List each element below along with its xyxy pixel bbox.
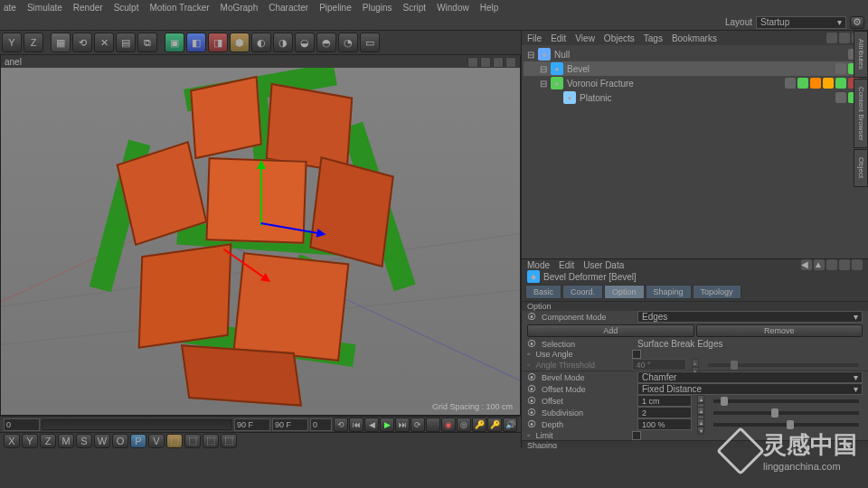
side-tab[interactable]: Content Browser [854,79,868,149]
expand-icon[interactable]: ⊟ [540,64,547,74]
side-tab[interactable]: Attributes [854,31,868,78]
panel-icon[interactable] [839,259,850,270]
menu-item[interactable]: Character [269,3,308,13]
obj-menu-item[interactable]: View [575,33,595,43]
attr-menu-item[interactable]: User Data [583,260,624,270]
status-icon[interactable]: O [112,434,128,448]
panel-icon[interactable] [839,33,850,43]
layout-dropdown[interactable]: Startup▾ [756,16,846,29]
nav-up-icon[interactable]: ▲ [814,259,825,270]
axis-y-icon[interactable]: Y [2,33,22,52]
spinner[interactable]: ▴▾ [697,418,704,430]
side-tab[interactable]: Object [854,149,868,186]
menu-item[interactable]: Plugins [363,3,392,13]
tree-row[interactable]: ●Platonic [524,90,866,105]
status-icon[interactable]: ⬚ [184,434,201,448]
menu-item[interactable]: Render [73,3,103,13]
gizmo-y-axis[interactable] [260,163,262,226]
tab-basic[interactable]: Basic [525,285,561,299]
panel-icon[interactable] [852,259,863,270]
status-icon[interactable]: ⬚ [166,434,183,448]
attr-menu-item[interactable]: Mode [527,260,550,270]
tab-shaping[interactable]: Shaping [646,285,692,299]
primitive-icon[interactable]: ◧ [186,33,206,52]
status-icon[interactable]: X [4,434,20,448]
tree-row[interactable]: ⊟●Null [524,47,866,61]
component-mode-dropdown[interactable]: Edges▾ [637,311,863,323]
menu-item[interactable]: Sculpt [114,3,139,13]
limit-checkbox[interactable] [632,431,641,440]
key-icon[interactable]: 🔑 [472,418,486,432]
status-icon[interactable]: ⬚ [221,434,237,448]
spinner[interactable]: ▴▾ [697,395,704,407]
status-icon[interactable]: P [130,434,146,448]
sound-icon[interactable]: 🔊 [503,418,517,432]
menu-item[interactable]: Motion Tracker [149,3,209,13]
tag-icon[interactable] [835,78,846,89]
viewport-nav-icons[interactable] [467,57,516,68]
tag-icon[interactable] [823,78,834,89]
status-icon[interactable]: W [94,434,110,448]
tool-icon[interactable]: ⧉ [137,33,157,52]
menu-item[interactable]: ate [4,3,16,13]
obj-menu-item[interactable]: Objects [604,33,635,43]
subdivision-slider[interactable] [713,411,859,415]
tool-icon[interactable]: ◔ [338,33,358,52]
depth-field[interactable]: 100 % [637,418,692,430]
add-button[interactable]: Add [527,324,694,337]
status-icon[interactable]: Y [22,434,38,448]
panel-icon[interactable] [826,259,837,270]
timeline-current[interactable]: 90 F [272,418,308,431]
play-icon[interactable]: ▶ [380,418,394,432]
menu-item[interactable]: Simulate [27,3,62,13]
tab-coord[interactable]: Coord. [562,285,603,299]
tool-icon[interactable]: ◓ [316,33,336,52]
offset-slider[interactable] [713,399,859,403]
primitive-icon[interactable]: ▣ [165,33,184,52]
primitive-icon[interactable]: ◨ [208,33,228,52]
menu-item[interactable]: Pipeline [319,3,352,13]
menu-item[interactable]: Window [437,3,469,13]
offset-field[interactable]: 1 cm [637,395,692,407]
obj-menu-item[interactable]: Tags [644,33,663,43]
tool-icon[interactable]: ✕ [94,33,114,52]
timeline-track[interactable] [42,419,232,430]
obj-menu-item[interactable]: Bookmarks [672,33,717,43]
tool-icon[interactable]: ◑ [273,33,293,52]
menu-item[interactable]: MoGraph [221,3,259,13]
tag-icon[interactable] [810,78,821,89]
tool-icon[interactable]: ◒ [295,33,315,52]
record-icon[interactable]: ◉ [441,418,456,432]
tool-icon[interactable]: ▤ [116,33,136,52]
offset-mode-dropdown[interactable]: Fixed Distance▾ [637,383,863,395]
menu-item[interactable]: Help [480,3,499,13]
tool-icon[interactable]: ◐ [251,33,271,52]
obj-menu-item[interactable]: File [527,33,542,43]
prev-frame-icon[interactable]: ⏮ [349,418,363,432]
tree-row[interactable]: ⊟●Bevel [524,61,866,76]
tag-icon[interactable] [835,92,846,103]
play-back-icon[interactable]: ◀ [364,418,379,432]
attr-menu-item[interactable]: Edit [559,260,574,270]
spinner[interactable]: ▴▾ [697,407,704,418]
menu-item[interactable]: Script [403,3,427,13]
tag-icon[interactable] [835,63,846,74]
tag-icon[interactable] [797,78,808,89]
subdivision-field[interactable]: 2 [637,407,692,418]
expand-icon[interactable]: ⊟ [540,79,547,89]
status-icon[interactable]: S [76,434,92,448]
depth-slider[interactable] [713,423,859,427]
tab-option[interactable]: Option [604,285,645,299]
status-icon[interactable]: M [58,434,74,448]
use-angle-checkbox[interactable] [632,350,641,359]
timeline-start[interactable]: 0 [4,418,40,431]
tree-row[interactable]: ⊟●Voronoi Fracture [524,76,866,90]
timeline-end[interactable]: 90 F [234,418,270,431]
rewind-icon[interactable]: ⟲ [334,418,348,432]
status-icon[interactable]: ⬚ [203,434,219,448]
object-tree[interactable]: ⊟●Null⊟●Bevel⊟●Voronoi Fracture●Platonic [522,45,868,258]
tool-icon[interactable]: ⟲ [72,33,92,52]
status-icon[interactable]: V [148,434,165,448]
bevel-mode-dropdown[interactable]: Chamfer▾ [637,371,863,383]
expand-icon[interactable]: ⊟ [527,50,534,60]
